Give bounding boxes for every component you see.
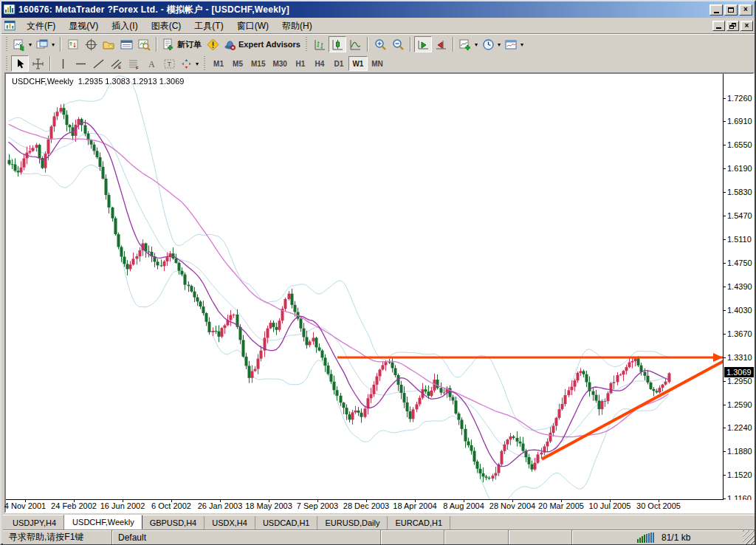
zoom-out-button[interactable]: [389, 36, 407, 52]
chart-window: USDCHF,Weekly 1.2935 1.3083 1.2913 1.306…: [4, 72, 755, 513]
terminal-icon: [120, 38, 133, 51]
current-price-marker: 1.3069: [724, 367, 754, 377]
menu-v[interactable]: 显视(V): [62, 19, 105, 32]
expert-advisors-button[interactable]: Expert Advisors: [221, 36, 303, 52]
line-chart-icon: [349, 38, 362, 51]
chart-shift-button[interactable]: [432, 36, 450, 52]
chart-tab-eurcad[interactable]: EURCAD,H1: [388, 516, 450, 529]
cursor-button[interactable]: [11, 55, 29, 72]
maximize-button[interactable]: [724, 4, 738, 16]
price-chart[interactable]: [7, 75, 723, 499]
chart-tab-usdcad[interactable]: USDCAD,H1: [255, 516, 318, 529]
bar-chart-button[interactable]: [311, 36, 329, 52]
arrow-tools-button[interactable]: ▾: [178, 55, 201, 72]
chart-tab-usdchf[interactable]: USDCHF,Weekly: [64, 515, 142, 529]
navigator-button[interactable]: [100, 36, 117, 52]
timeframe-h1-button[interactable]: H1: [291, 56, 310, 71]
label-button[interactable]: T: [160, 55, 178, 72]
timeframe-m1-button[interactable]: M1: [209, 56, 228, 71]
new-chart-button[interactable]: ▾: [11, 36, 34, 52]
warning-icon: [207, 38, 219, 51]
menu-h[interactable]: 帮助(H): [275, 19, 319, 32]
new-order-button[interactable]: 新订单: [160, 36, 204, 52]
price-axis-tick: [723, 428, 726, 428]
toolbar-drag-handle[interactable]: [5, 37, 9, 52]
status-panel-empty-2: [444, 530, 509, 544]
child-restore-button[interactable]: [726, 21, 739, 31]
channel-button[interactable]: E: [107, 55, 125, 72]
toolbar-drag-handle[interactable]: [5, 56, 9, 71]
resize-grip[interactable]: [743, 530, 755, 544]
chart-tab-eurusd[interactable]: EURUSD,Daily: [317, 516, 388, 529]
menu-t[interactable]: 工具(T): [188, 19, 230, 32]
expert-advisors-icon: [224, 38, 236, 51]
chart-tab-usdx[interactable]: USDX,H4: [205, 516, 255, 529]
dropdown-arrow-icon: ▾: [498, 41, 501, 48]
toolbar-drag-handle[interactable]: [203, 56, 207, 71]
child-minimize-icon: [716, 27, 721, 29]
time-axis[interactable]: 4 Nov 200124 Feb 200216 Jun 20026 Oct 20…: [6, 500, 753, 512]
time-axis-label: 6 Oct 2002: [151, 501, 191, 510]
warning-button[interactable]: [204, 36, 221, 52]
templates-icon: [505, 38, 518, 51]
price-axis-label: 1.2590: [727, 400, 752, 409]
chart-tab-gbpusd[interactable]: GBPUSD,H4: [142, 516, 205, 529]
zoom-in-button[interactable]: [371, 36, 389, 52]
text-button[interactable]: A: [142, 55, 160, 72]
timeframe-d1-button[interactable]: D1: [329, 56, 348, 71]
crosshair-button[interactable]: [29, 55, 47, 72]
templates-button[interactable]: ▾: [503, 36, 526, 52]
menu-f[interactable]: 文件(F): [20, 19, 62, 32]
text-icon: A: [145, 58, 158, 70]
timeframe-m30-button[interactable]: M30: [269, 56, 290, 71]
menu-i[interactable]: 插入(I): [105, 19, 144, 32]
strategy-tester-button[interactable]: [135, 36, 153, 52]
terminal-button[interactable]: [117, 36, 135, 52]
time-axis-label: 20 Mar 2005: [538, 501, 584, 510]
timeframe-m5-button[interactable]: M5: [228, 56, 247, 71]
profiles-button[interactable]: ▾: [34, 36, 57, 52]
status-connection-panel: 81/1 kb: [572, 530, 696, 544]
price-axis-label: 1.6190: [727, 164, 752, 173]
horizontal-line-button[interactable]: [72, 55, 89, 72]
fibonacci-button[interactable]: F: [125, 55, 142, 72]
chart-ohlc-values: 1.2935 1.3083 1.2913 1.3069: [78, 77, 185, 86]
chart-tab-usdjpy[interactable]: USDJPY,H4: [5, 516, 64, 529]
timeframe-w1-button[interactable]: W1: [348, 56, 368, 71]
connection-signal-icon: [637, 532, 654, 543]
auto-scroll-button[interactable]: [414, 36, 432, 52]
standard-toolbar: ▾▾新订单Expert Advisors▾▾▾: [1, 35, 755, 54]
dropdown-arrow-icon: ▾: [29, 41, 32, 48]
timeframe-m15-button[interactable]: M15: [247, 56, 269, 71]
periods-button[interactable]: ▾: [480, 36, 503, 52]
svg-text:T: T: [167, 61, 171, 68]
line-chart-button[interactable]: [346, 36, 364, 52]
child-minimize-button[interactable]: [712, 21, 725, 31]
close-button[interactable]: ×: [739, 4, 752, 16]
status-panel-empty-3: [509, 530, 572, 544]
toolbar-drag-handle[interactable]: [305, 37, 309, 52]
candlestick-button[interactable]: [329, 36, 346, 52]
trendline-button[interactable]: [89, 55, 107, 72]
strategy-tester-icon: [138, 38, 151, 51]
auto-scroll-icon: [417, 38, 430, 51]
vertical-line-button[interactable]: [54, 55, 72, 72]
indicators-button[interactable]: ▾: [457, 36, 480, 52]
child-close-button[interactable]: ×: [740, 21, 753, 31]
timeframe-h4-button[interactable]: H4: [310, 56, 329, 71]
menu-w[interactable]: 窗口(W): [230, 19, 275, 32]
timeframe-mn-button[interactable]: MN: [368, 56, 387, 71]
time-axis-label: 24 Feb 2002: [51, 501, 97, 510]
new-order-icon: [162, 38, 175, 51]
time-axis-label: 26 Jan 2003: [198, 501, 243, 510]
toolbar-separator: [453, 37, 454, 52]
minimize-button[interactable]: [709, 4, 723, 16]
menu-c[interactable]: 图表(C): [145, 19, 188, 32]
status-profile[interactable]: Default: [112, 530, 381, 544]
data-window-button[interactable]: [82, 36, 100, 52]
time-axis-label: 8 Aug 2004: [443, 501, 484, 510]
toolbar-separator: [367, 37, 368, 52]
market-watch-button[interactable]: [64, 36, 82, 52]
label-icon: T: [163, 58, 176, 70]
price-axis-tick: [723, 121, 726, 122]
